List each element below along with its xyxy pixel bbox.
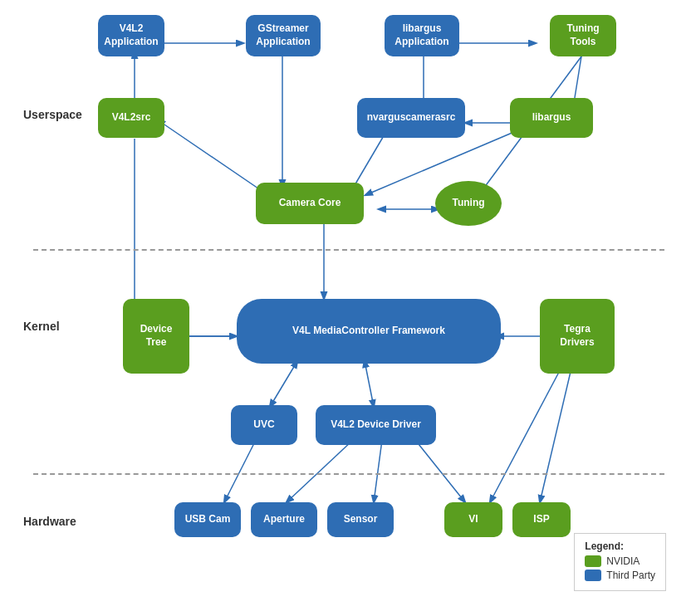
legend-nvidia-color xyxy=(585,555,601,567)
svg-line-20 xyxy=(415,440,465,502)
nvarguscamerasrc-node: nvarguscamerasrc xyxy=(357,98,465,138)
vi-node: VI xyxy=(444,502,502,537)
svg-line-18 xyxy=(287,440,353,502)
sensor-node: Sensor xyxy=(327,502,394,537)
legend-third-party: Third Party xyxy=(585,570,655,581)
svg-line-16 xyxy=(365,365,374,407)
legend-nvidia: NVIDIA xyxy=(585,555,655,567)
uvc-node: UVC xyxy=(231,405,297,445)
diagram-container: Userspace Kernel Hardware V4L2Applicatio… xyxy=(0,0,691,616)
userspace-label: Userspace xyxy=(23,108,82,121)
kernel-label: Kernel xyxy=(23,320,60,333)
hardware-label: Hardware xyxy=(23,515,76,528)
libargus-app-node: libargusApplication xyxy=(385,15,459,56)
legend-nvidia-label: NVIDIA xyxy=(606,555,640,567)
gstreamer-app-node: GStreamerApplication xyxy=(246,15,321,56)
v4l2-device-driver-node: V4L2 Device Driver xyxy=(316,405,436,445)
divider-userspace-kernel xyxy=(33,249,664,251)
svg-line-15 xyxy=(270,365,295,407)
svg-line-22 xyxy=(490,361,565,502)
usb-cam-node: USB Cam xyxy=(174,502,241,537)
tuning-tools-node: TuningTools xyxy=(550,15,616,56)
tegra-drivers-node: TegraDrivers xyxy=(540,299,615,374)
v4l2-app-node: V4L2Application xyxy=(98,15,164,56)
tuning-node: Tuning xyxy=(435,181,502,226)
device-tree-node: DeviceTree xyxy=(123,299,189,374)
svg-line-21 xyxy=(540,361,573,502)
aperture-node: Aperture xyxy=(251,502,317,537)
camera-core-node: Camera Core xyxy=(256,183,364,224)
svg-line-17 xyxy=(224,440,256,502)
legend-title: Legend: xyxy=(585,540,655,552)
divider-kernel-hardware xyxy=(33,473,664,475)
v4l-mediacontroller-node: V4L MediaController Framework xyxy=(237,299,501,364)
isp-node: ISP xyxy=(512,502,571,537)
legend-third-party-color xyxy=(585,570,601,581)
legend: Legend: NVIDIA Third Party xyxy=(574,533,666,591)
libargus-node: libargus xyxy=(510,98,593,138)
v4l2src-node: V4L2src xyxy=(98,98,164,138)
legend-third-party-label: Third Party xyxy=(606,570,655,581)
svg-line-19 xyxy=(374,440,382,502)
